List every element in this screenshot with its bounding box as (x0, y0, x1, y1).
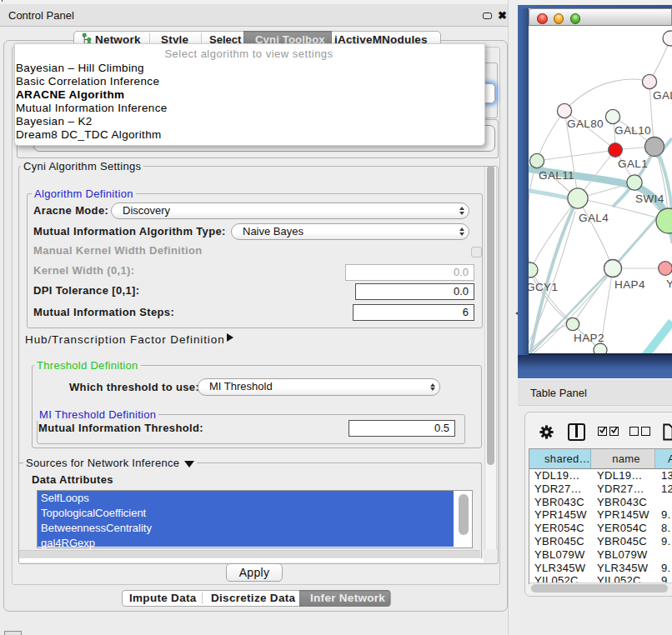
svg-text:GAL1: GAL1 (618, 158, 648, 170)
svg-text:Y: Y (666, 278, 672, 290)
svg-text:HAP2: HAP2 (574, 332, 604, 344)
svg-text:GAL4: GAL4 (579, 212, 609, 224)
svg-text:GAL11: GAL11 (539, 169, 574, 182)
svg-text:SWI4: SWI4 (635, 192, 664, 205)
svg-text:GAL80: GAL80 (567, 118, 604, 130)
svg-text:GAL10: GAL10 (614, 124, 651, 137)
svg-text:GAL: GAL (653, 89, 672, 102)
svg-text:GCY1: GCY1 (529, 281, 558, 293)
svg-text:HAP4: HAP4 (614, 278, 645, 291)
